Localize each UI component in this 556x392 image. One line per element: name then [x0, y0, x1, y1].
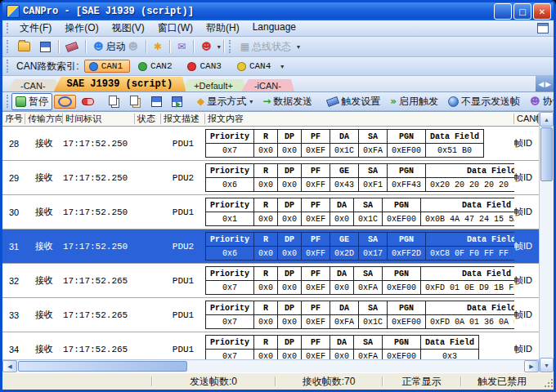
horizontal-scroll-thumb[interactable] — [18, 361, 187, 372]
table-row[interactable]: 31 接收 17:17:52.250 PDU2 PriorityRDPPFGES… — [2, 229, 539, 264]
trigger-settings-button[interactable]: 触发设置 — [323, 93, 384, 110]
menu-item[interactable]: 文件(F) — [13, 20, 58, 36]
settings-button[interactable]: ✱ — [150, 40, 166, 53]
toolbar-grip[interactable] — [7, 40, 11, 54]
menu-item[interactable]: 视图(V) — [105, 20, 151, 36]
row-content: PriorityRDPPFDASAPGNData Field0x10x00x00… — [205, 198, 514, 226]
header-status[interactable]: 状态 — [135, 114, 161, 124]
channel-button-can1[interactable]: CAN1 — [84, 60, 130, 73]
tab--can-[interactable]: -CAN- — [7, 79, 59, 91]
pause-button[interactable]: 暂停 — [11, 93, 52, 110]
horizontal-scroll-track[interactable] — [188, 360, 524, 372]
row-direction: 接收 — [25, 137, 63, 149]
toolbar-grip[interactable] — [7, 95, 8, 107]
field-value: 0x6 — [206, 178, 254, 192]
scroll-right-icon[interactable]: ▶ — [524, 360, 539, 372]
field-value: 0x1C — [354, 212, 383, 226]
header-content[interactable]: 报文内容 — [205, 114, 514, 124]
field-value: 0xC8 0F F0 FF FF FF FF 00 — [426, 247, 514, 261]
field-value: 0x0 — [254, 178, 278, 192]
menu-item[interactable]: 帮助(H) — [200, 20, 246, 36]
separator — [146, 40, 146, 53]
save-button[interactable] — [36, 40, 55, 54]
toolbar-grip[interactable] — [7, 60, 11, 72]
copy-button[interactable] — [105, 94, 124, 109]
header-can-frame[interactable]: CAN帧 — [514, 114, 539, 124]
field-header: Data Field — [421, 267, 514, 281]
menu-item[interactable]: 窗口(W) — [151, 20, 200, 36]
toolbar-grip[interactable] — [229, 40, 233, 54]
maximize-button[interactable]: □ — [513, 3, 531, 20]
toolbar-overflow-icon[interactable]: ▾ — [217, 43, 221, 51]
app-window: CANPro - [SAE J1939 (script)] _ □ ✕ 文件(F… — [0, 0, 556, 392]
tab-sae-j1939-script-[interactable]: SAE J1939 (script) — [54, 77, 186, 91]
close-button[interactable]: ✕ — [533, 3, 551, 20]
message-table-body: 28 接收 17:17:52.250 PDU1 PriorityRDPPFDAS… — [2, 127, 539, 359]
field-value: 0x1 — [206, 212, 254, 226]
toolbar-overflow-icon[interactable]: ▾ — [297, 43, 300, 51]
table-row[interactable]: 33 接收 17:17:52.265 PDU1 PriorityRDPPFDAS… — [2, 298, 539, 332]
tab-scroll-left-icon[interactable]: ◀ — [538, 80, 544, 88]
export-button[interactable] — [168, 95, 186, 109]
enable-trigger-button[interactable]: » 启用触发 — [386, 93, 442, 110]
channel-button-can3[interactable]: CAN3 — [182, 60, 228, 73]
protocol-config-button[interactable]: ☻ 协议配置 — [526, 93, 556, 110]
menu-item[interactable]: 操作(O) — [58, 20, 105, 36]
toolbar-grip[interactable] — [7, 23, 11, 33]
separator — [193, 40, 194, 53]
table-row[interactable]: 32 接收 17:17:52.265 PDU1 PriorityRDPPFDAS… — [2, 264, 539, 298]
scroll-mode-button[interactable] — [54, 95, 76, 109]
title-bar[interactable]: CANPro - [SAE J1939 (script)] _ □ ✕ — [2, 2, 554, 20]
table-row[interactable]: 34 接收 17:17:52.265 PDU1 PriorityRDPPFDAS… — [2, 332, 539, 359]
user-button[interactable]: ☻ — [197, 40, 216, 53]
field-value: 0x3 — [421, 350, 479, 360]
field-value: 0x6 — [206, 247, 254, 261]
field-value: 0xEF — [302, 350, 330, 360]
open-folder-icon — [18, 42, 30, 51]
channel-button-can2[interactable]: CAN2 — [133, 60, 179, 73]
vertical-scroll-track[interactable] — [540, 182, 554, 358]
filter-button[interactable] — [78, 96, 98, 107]
bus-status-button[interactable]: ▦ 总线状态 — [236, 38, 295, 56]
header-description[interactable]: 报文描述 — [161, 114, 205, 124]
resize-grip[interactable] — [543, 379, 553, 389]
data-send-button[interactable]: → 数据发送 — [258, 93, 316, 110]
tab--ican-[interactable]: -iCAN- — [241, 79, 294, 91]
minimize-button[interactable]: _ — [494, 3, 512, 20]
header-index[interactable]: 序号 — [2, 114, 25, 124]
display-mode-button[interactable]: ◆ 显示方式 ▾ — [193, 93, 257, 110]
hide-sent-frames-button[interactable]: 不显示发送帧 — [444, 93, 524, 110]
field-value: 0x0 — [278, 144, 302, 158]
copy-all-button[interactable] — [126, 94, 146, 109]
open-button[interactable] — [14, 40, 34, 53]
table-row[interactable]: 28 接收 17:17:52.250 PDU1 PriorityRDPPFDAS… — [2, 127, 539, 161]
tab--default-[interactable]: +Default+ — [181, 79, 246, 91]
clear-button[interactable] — [62, 42, 82, 52]
channel-button-can4[interactable]: CAN4 — [232, 60, 278, 73]
save-data-button[interactable] — [147, 95, 166, 109]
message-button[interactable]: ✉ — [173, 40, 190, 53]
header-timestamp[interactable]: 时间标识 — [63, 114, 135, 124]
scroll-left-icon[interactable]: ◀ — [2, 360, 17, 372]
frame-id-label: 帧ID — [514, 309, 539, 321]
vertical-scroll-thumb[interactable] — [540, 127, 553, 181]
field-header: PGN — [383, 198, 421, 212]
start-person-icon: ☻ — [93, 42, 104, 51]
scroll-down-icon[interactable]: ▼ — [540, 358, 554, 372]
tab-scroll-right-icon[interactable]: ▶ — [545, 80, 551, 88]
table-row[interactable]: 29 接收 17:17:52.250 PDU2 PriorityRDPPFGES… — [2, 161, 539, 195]
field-header: R — [254, 198, 278, 212]
copy-all-icon — [130, 96, 138, 105]
header-direction[interactable]: 传输方向 — [25, 114, 63, 124]
start-button[interactable]: ☻ 启动 ☻ — [89, 38, 142, 56]
frame-id-label: 帧ID — [514, 240, 539, 252]
separator — [223, 40, 224, 53]
row-description: PDU1 — [161, 345, 205, 354]
table-row[interactable]: 30 接收 17:17:52.250 PDU1 PriorityRDPPFDAS… — [2, 195, 539, 229]
mdi-restore-icon[interactable] — [537, 23, 549, 33]
scroll-up-icon[interactable]: ▲ — [540, 112, 554, 127]
vertical-scrollbar[interactable]: ▲ ▼ — [539, 112, 554, 372]
horizontal-scrollbar[interactable]: ◀ ▶ — [2, 359, 539, 372]
menu-item[interactable]: Language — [246, 20, 303, 36]
toolbar-overflow-icon[interactable]: ▾ — [280, 63, 284, 70]
